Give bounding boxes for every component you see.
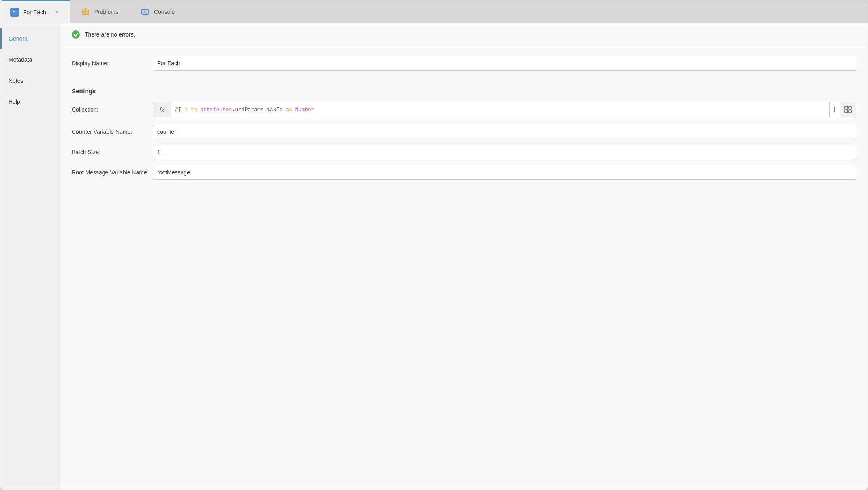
form-content: Display Name: (60, 46, 868, 88)
sidebar: General Metadata Notes Help (0, 23, 60, 490)
svg-point-6 (85, 13, 86, 14)
expr-number: Number (295, 107, 314, 113)
sidebar-item-general[interactable]: General (0, 28, 60, 49)
hash-bracket: #[ (175, 107, 184, 113)
svg-rect-1 (13, 11, 15, 12)
tab-bar: For Each × Problems (0, 0, 868, 23)
expand-button[interactable] (840, 102, 856, 117)
sidebar-item-help[interactable]: Help (0, 91, 60, 112)
tab-close-button[interactable]: × (53, 9, 60, 15)
svg-rect-2 (13, 13, 16, 13)
tab-for-each-label: For Each (23, 9, 46, 15)
tab-for-each[interactable]: For Each × (0, 0, 70, 23)
problems-icon (81, 8, 90, 16)
svg-rect-7 (142, 9, 148, 14)
display-name-label: Display Name: (72, 60, 153, 67)
console-icon (141, 8, 149, 16)
svg-rect-12 (849, 110, 851, 113)
root-message-input[interactable] (153, 165, 856, 180)
app-window: For Each × Problems (0, 0, 868, 490)
expr-attributes: attributes (200, 107, 232, 113)
tab-console-label: Console (154, 9, 175, 15)
collection-input-wrap: fx #[ 1 to attributes.uriParams.maxId as… (153, 102, 856, 117)
status-text: There are no errors. (85, 31, 135, 38)
root-message-label: Root Message Variable Name: (72, 169, 153, 176)
settings-section: Settings Collection: fx #[ 1 to attribut… (60, 88, 868, 197)
collection-expression: #[ 1 to attributes.uriParams.maxId as Nu… (171, 102, 829, 117)
status-icon (72, 30, 80, 39)
content-area: There are no errors. Display Name: Setti… (60, 23, 868, 490)
collection-label: Collection: (72, 106, 153, 113)
svg-rect-9 (845, 106, 848, 109)
closing-bracket: ] (829, 102, 840, 117)
counter-row: Counter Variable Name: (72, 125, 856, 139)
display-name-row: Display Name: (72, 56, 856, 71)
collection-row: Collection: fx #[ 1 to attributes.uriPar… (72, 102, 856, 117)
svg-rect-0 (12, 10, 17, 15)
svg-rect-11 (845, 110, 848, 113)
batch-size-label: Batch Size: (72, 149, 153, 155)
settings-title: Settings (72, 88, 856, 95)
tab-problems[interactable]: Problems (70, 0, 130, 23)
batch-size-row: Batch Size: (72, 145, 856, 159)
tab-problems-label: Problems (94, 9, 118, 15)
expr-as: as (286, 107, 292, 113)
status-bar: There are no errors. (60, 23, 868, 46)
main-body: General Metadata Notes Help There a (0, 23, 868, 490)
tab-console[interactable]: Console (130, 0, 186, 23)
sidebar-item-metadata[interactable]: Metadata (0, 49, 60, 70)
svg-rect-10 (849, 106, 851, 109)
counter-input[interactable] (153, 125, 856, 139)
root-message-row: Root Message Variable Name: (72, 165, 856, 180)
tab-for-each-icon (10, 8, 19, 17)
batch-size-input[interactable] (153, 145, 856, 159)
counter-label: Counter Variable Name: (72, 129, 153, 135)
fx-button[interactable]: fx (153, 102, 171, 117)
display-name-input[interactable] (153, 56, 856, 71)
expr-to: to (191, 107, 197, 113)
expr-num-1: 1 (184, 107, 188, 113)
sidebar-item-notes[interactable]: Notes (0, 70, 60, 91)
